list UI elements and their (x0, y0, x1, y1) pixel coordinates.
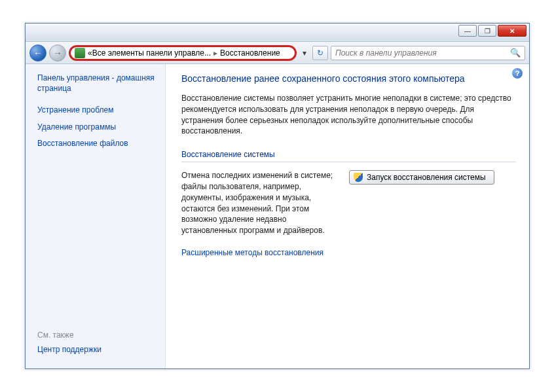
advanced-recovery-link[interactable]: Расширенные методы восстановления (181, 248, 323, 257)
sidebar-link-home[interactable]: Панель управления - домашняя страница (37, 73, 158, 94)
control-panel-window: — ❐ ✕ ← → « Все элементы панели управле.… (25, 23, 530, 369)
sidebar-link-file-recovery[interactable]: Восстановление файлов (37, 139, 158, 149)
close-button[interactable]: ✕ (498, 25, 526, 37)
minimize-button[interactable]: — (458, 25, 477, 37)
start-system-restore-button[interactable]: Запуск восстановления системы (349, 170, 494, 185)
chevron-right-icon: ▸ (213, 48, 217, 58)
control-panel-icon (75, 48, 85, 58)
main-content: ? Восстановление ранее сохраненного сост… (166, 64, 529, 368)
navigation-bar: ← → « Все элементы панели управле... ▸ В… (26, 42, 529, 64)
see-also-label: См. также (37, 330, 158, 340)
back-button[interactable]: ← (29, 45, 46, 62)
uac-shield-icon (354, 173, 363, 182)
sidebar-link-uninstall[interactable]: Удаление программы (37, 122, 158, 133)
section-title-system-restore: Восстановление системы (181, 150, 516, 162)
sidebar-link-troubleshoot[interactable]: Устранение проблем (37, 105, 158, 116)
forward-button[interactable]: → (49, 45, 66, 62)
breadcrumb[interactable]: « Все элементы панели управле... ▸ Восст… (69, 45, 297, 61)
page-title: Восстановление ранее сохраненного состоя… (181, 73, 516, 84)
breadcrumb-seg-all-items[interactable]: Все элементы панели управле... (92, 48, 211, 58)
restore-description: Отмена последних изменений в системе; фа… (181, 170, 336, 236)
maximize-button[interactable]: ❐ (478, 25, 496, 37)
breadcrumb-seg-recovery[interactable]: Восстановление (220, 48, 280, 58)
search-input[interactable] (335, 48, 510, 58)
search-box[interactable]: 🔍 (331, 46, 525, 60)
sidebar: Панель управления - домашняя страница Ус… (26, 64, 166, 368)
search-icon[interactable]: 🔍 (510, 48, 521, 58)
titlebar: — ❐ ✕ (26, 24, 529, 42)
restore-button-label: Запуск восстановления системы (367, 173, 486, 182)
address-dropdown[interactable]: ▾ (299, 48, 310, 58)
breadcrumb-chevrons: « (88, 48, 92, 58)
restore-row: Отмена последних изменений в системе; фа… (181, 170, 516, 236)
sidebar-link-action-center[interactable]: Центр поддержки (37, 345, 158, 355)
body: Панель управления - домашняя страница Ус… (26, 64, 529, 368)
refresh-button[interactable]: ↻ (312, 46, 328, 60)
page-description: Восстановление системы позволяет устрани… (181, 93, 516, 137)
help-icon[interactable]: ? (512, 68, 523, 79)
